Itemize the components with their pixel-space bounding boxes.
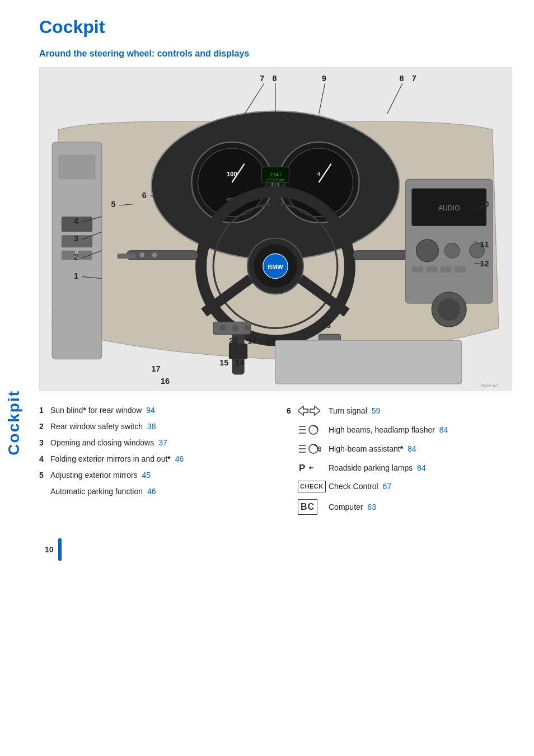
- svg-rect-24: [117, 253, 135, 259]
- item-number: 6: [287, 405, 298, 417]
- item-description: Adjusting exterior mirrors 45: [50, 469, 264, 481]
- item-page-link[interactable]: 63: [367, 503, 376, 511]
- icon-cell: [298, 443, 329, 455]
- svg-point-57: [438, 298, 460, 321]
- icon-cell: CHECK: [298, 481, 329, 492]
- svg-rect-41: [229, 344, 247, 359]
- svg-text:8: 8: [272, 74, 277, 83]
- list-item: BC Computer 63: [287, 499, 512, 515]
- svg-text:19: 19: [247, 336, 256, 345]
- sidebar: Cockpit: [0, 0, 28, 756]
- svg-point-49: [416, 240, 438, 262]
- list-item: 1 Sun blind* for rear window 94: [39, 405, 264, 416]
- asterisk: *: [83, 406, 86, 415]
- section-heading: Around the steering wheel: controls and …: [39, 49, 512, 59]
- svg-text:5: 5: [111, 200, 115, 209]
- svg-text:4: 4: [74, 217, 78, 226]
- item-page-link[interactable]: 38: [147, 422, 156, 431]
- svg-text:2: 2: [74, 252, 78, 261]
- sub-list-item: Automatic parking function 46: [39, 486, 264, 497]
- item-description: Computer 63: [329, 501, 512, 513]
- item-number: 1: [39, 405, 50, 416]
- list-item: High beams, headlamp flasher 84: [287, 424, 512, 436]
- item-description: Rear window safety switch 38: [50, 421, 264, 433]
- svg-marker-98: [298, 406, 308, 415]
- svg-text:3: 3: [74, 234, 78, 243]
- svg-rect-54: [441, 266, 452, 273]
- svg-point-107: [309, 444, 318, 453]
- svg-point-25: [139, 252, 144, 257]
- item-number: 2: [39, 421, 50, 433]
- item-page-link[interactable]: 46: [175, 454, 184, 463]
- svg-rect-53: [426, 266, 437, 273]
- svg-rect-52: [412, 266, 423, 273]
- item-page-link[interactable]: 37: [158, 438, 167, 447]
- svg-text:4: 4: [317, 171, 320, 177]
- list-item: 2 Rear window safety switch 38: [39, 421, 264, 433]
- page-title: Cockpit: [39, 17, 512, 37]
- right-items-col: 6 Turn signal 59: [287, 405, 512, 522]
- icon-cell: [298, 424, 329, 436]
- item-page-link[interactable]: 46: [147, 487, 156, 496]
- svg-point-103: [309, 425, 318, 434]
- list-item: 6 Turn signal 59: [287, 405, 512, 417]
- svg-text:AUDIO: AUDIO: [438, 204, 460, 212]
- item-page-link[interactable]: 67: [383, 482, 392, 491]
- svg-rect-55: [455, 266, 466, 273]
- svg-point-44: [232, 325, 238, 331]
- svg-text:BMW AG: BMW AG: [481, 383, 499, 388]
- list-item: 5 Adjusting exterior mirrors 45: [39, 469, 264, 481]
- svg-point-45: [245, 325, 251, 331]
- svg-text:P: P: [299, 463, 305, 473]
- svg-text:12: 12: [480, 259, 489, 268]
- icon-cell: BC: [298, 499, 329, 515]
- svg-text:20: 20: [229, 336, 238, 345]
- svg-text:7: 7: [412, 74, 416, 83]
- svg-point-26: [152, 252, 157, 257]
- svg-marker-99: [310, 406, 320, 415]
- item-description: Turn signal 59: [329, 405, 512, 417]
- svg-text:13: 13: [322, 321, 331, 330]
- cockpit-diagram: 100 km/h 4 174 l 11:13 am: [39, 67, 512, 391]
- turn-signal-icon: [298, 405, 320, 417]
- item-page-link[interactable]: 45: [142, 471, 151, 480]
- icon-cell: [298, 405, 329, 417]
- page-footer: 10: [39, 538, 512, 561]
- svg-text:1: 1: [74, 271, 78, 280]
- icon-cell: P: [298, 462, 329, 474]
- cockpit-illustration: 100 km/h 4 174 l 11:13 am: [40, 68, 511, 390]
- page-container: Cockpit Cockpit Around the steering whee…: [0, 0, 534, 756]
- svg-text:14: 14: [235, 358, 244, 367]
- svg-rect-61: [275, 340, 461, 384]
- item-description: Opening and closing windows 37: [50, 437, 264, 449]
- asterisk: *: [400, 444, 403, 453]
- page-bar: [58, 538, 62, 561]
- svg-rect-35: [58, 154, 95, 179]
- asterisk: *: [167, 454, 170, 463]
- svg-text:8: 8: [400, 74, 404, 83]
- items-section: 1 Sun blind* for rear window 94 2 Rear w…: [39, 405, 512, 522]
- svg-text:11:13 am: 11:13 am: [266, 177, 284, 182]
- list-item: P Roadside parking lamps 84: [287, 462, 512, 474]
- check-control-icon: CHECK: [298, 481, 326, 492]
- item-description: High-beam assistant* 84: [329, 443, 512, 455]
- svg-text:17: 17: [151, 364, 160, 373]
- svg-point-43: [219, 325, 226, 331]
- svg-marker-112: [309, 466, 311, 469]
- item-description: Sun blind* for rear window 94: [50, 405, 264, 416]
- svg-rect-23: [127, 251, 198, 260]
- bc-computer-icon: BC: [298, 499, 317, 515]
- item-page-link[interactable]: 84: [439, 425, 448, 434]
- svg-point-109: [320, 450, 321, 451]
- main-content: Cockpit Around the steering wheel: contr…: [28, 0, 534, 756]
- list-item: CHECK Check Control 67: [287, 481, 512, 492]
- item-page-link[interactable]: 94: [146, 406, 155, 415]
- item-page-link[interactable]: 84: [417, 463, 426, 472]
- svg-text:10: 10: [480, 200, 489, 209]
- left-items-col: 1 Sun blind* for rear window 94 2 Rear w…: [39, 405, 264, 522]
- item-page-link[interactable]: 84: [407, 444, 416, 453]
- list-item: 3 Opening and closing windows 37: [39, 437, 264, 449]
- svg-text:6: 6: [142, 191, 147, 200]
- item-page-link[interactable]: 59: [372, 406, 381, 415]
- page-number: 10: [45, 545, 54, 554]
